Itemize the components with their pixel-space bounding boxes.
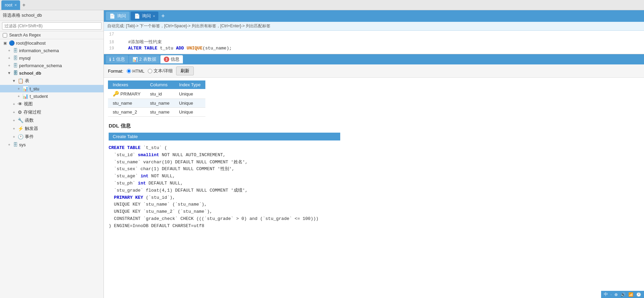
- ddl-code: CREATE TABLE `t_stu` ( `stu_id` smallint…: [109, 143, 639, 231]
- result-tab-label-2: 2 表数据: [139, 56, 156, 62]
- table-icon-t-stu: 📊: [22, 86, 28, 91]
- sidebar-header: 筛选表格 school_db: [0, 10, 104, 21]
- sidebar-item-t-stu[interactable]: + 📊 t_stu: [0, 85, 104, 92]
- line-num-19: 19: [104, 46, 117, 51]
- query-icon-2: 📄: [134, 13, 140, 19]
- html-radio-input[interactable]: [127, 69, 131, 73]
- root-tab-close[interactable]: ×: [14, 3, 17, 8]
- result-tab-1[interactable]: ℹ 1 信息: [106, 55, 128, 63]
- expand-funcs: +: [12, 118, 16, 122]
- result-tab-icon-1: ℹ: [109, 57, 111, 62]
- html-radio-label: HTML: [132, 69, 144, 74]
- sidebar-item-school-db[interactable]: ▼ 🗄 school_db: [0, 69, 104, 77]
- sidebar-item-information-schema[interactable]: + 🗄 information_schema: [0, 47, 104, 54]
- expand-triggers: +: [12, 126, 16, 131]
- sidebar-item-sys[interactable]: + 🗄 sys: [0, 141, 104, 148]
- text-radio-input[interactable]: [148, 69, 152, 73]
- sidebar-item-triggers[interactable]: + ⚡ 触发器: [0, 124, 104, 133]
- index-table: Indexes Columns Index Type 🔑 PRIMARY stu…: [108, 80, 205, 117]
- sidebar-item-tables-folder[interactable]: ▼ 📋 表: [0, 77, 104, 85]
- result-area: Format: HTML 文本/详细 刷新 Indexes Columns: [104, 64, 644, 298]
- table-row[interactable]: stu_name_2 stu_name Unique: [108, 108, 205, 117]
- index-col-header: Indexes: [108, 80, 145, 89]
- format-html-radio[interactable]: HTML: [127, 69, 144, 74]
- sidebar-item-functions[interactable]: + 🔧 函数: [0, 116, 104, 124]
- filter-input[interactable]: [2, 22, 101, 30]
- root-tab[interactable]: root ×: [1, 0, 20, 10]
- query-tab-1[interactable]: 📄 询问: [106, 12, 129, 20]
- label-t-stu: t_stu: [30, 86, 39, 91]
- line-num-18: 18: [104, 40, 117, 45]
- row3-columns: stu_name: [145, 108, 174, 117]
- query-tab-label-2: 询问: [142, 13, 151, 19]
- expand-root: ▣: [3, 41, 7, 45]
- line-num-17: 17: [104, 32, 117, 37]
- refresh-button[interactable]: 刷新: [176, 66, 194, 75]
- sidebar-item-root[interactable]: ▣ 🔵 root@localhost: [0, 39, 104, 47]
- format-bar: Format: HTML 文本/详细 刷新: [104, 64, 644, 78]
- db-icon-info: 🗄: [13, 48, 18, 53]
- sidebar-item-procedures[interactable]: + ⚙ 存储过程: [0, 108, 104, 116]
- code-editor[interactable]: 17 18 #添加唯一性约束 19 ALTER TABLE t_stu ADD …: [104, 31, 644, 54]
- add-query-tab-button[interactable]: +: [160, 13, 166, 20]
- db-icon-perf: 🗄: [13, 63, 18, 68]
- label-triggers: 触发器: [25, 125, 38, 132]
- query-tab-label-1: 询问: [117, 13, 126, 19]
- ddl-section: DDL 信息 Create Table CREATE TABLE `t_stu`…: [104, 119, 644, 235]
- db-icon-school: 🗄: [13, 70, 18, 76]
- table-icon-t-student: 📊: [22, 93, 28, 99]
- row1-type: Unique: [174, 89, 205, 99]
- columns-col-header: Columns: [145, 80, 174, 89]
- sidebar-item-views[interactable]: + 👁 视图: [0, 100, 104, 108]
- procedures-icon: ⚙: [18, 109, 22, 115]
- sidebar-item-t-student[interactable]: + 📊 t_student: [0, 92, 104, 100]
- tray-dot: ·: [611, 292, 612, 297]
- line-content-19: ALTER TABLE t_stu ADD UNIQUE(stu_name);: [117, 46, 644, 51]
- sidebar-regex-row: Search As Regex: [0, 31, 104, 39]
- root-icon: 🔵: [9, 40, 15, 46]
- expand-events: +: [12, 135, 16, 139]
- main-layout: 筛选表格 school_db Search As Regex ▣ 🔵 root@…: [0, 10, 644, 298]
- system-tray: 中 · ⊕ 🔊 📶 🕐: [601, 291, 644, 298]
- query-icon-1: 📄: [109, 13, 115, 19]
- tray-volume: 🔊: [621, 292, 626, 297]
- result-tab-2[interactable]: 📊 2 表数据: [129, 55, 160, 63]
- expand-t-student: +: [16, 94, 21, 98]
- expand-t-stu: +: [16, 87, 21, 91]
- code-line-17: 17: [104, 32, 644, 39]
- regex-checkbox[interactable]: [3, 33, 7, 38]
- expand-procs: +: [12, 110, 16, 114]
- result-tab-label-3: 信息: [171, 56, 179, 62]
- text-radio-label: 文本/详细: [154, 68, 173, 74]
- result-tab-3[interactable]: 3 信息: [160, 55, 183, 63]
- format-text-radio[interactable]: 文本/详细: [148, 68, 173, 74]
- label-perf: performance_schema: [19, 63, 62, 68]
- db-icon-mysql: 🗄: [13, 55, 18, 61]
- expand-mysql: +: [7, 56, 12, 60]
- query-tab-2-close[interactable]: ×: [153, 14, 155, 18]
- row2-indexes: stu_name: [108, 99, 145, 108]
- sidebar-item-mysql[interactable]: + 🗄 mysql: [0, 54, 104, 62]
- label-procs: 存储过程: [23, 109, 41, 115]
- events-icon: 🕐: [18, 134, 23, 139]
- root-label: root@localhost: [16, 41, 46, 46]
- table-row[interactable]: stu_name stu_name Unique: [108, 99, 205, 108]
- expand-info: +: [7, 48, 12, 53]
- query-tab-2[interactable]: 📄 询问 ×: [131, 12, 158, 20]
- result-tab-label-1: 1 信息: [112, 56, 125, 62]
- result-tab-icon-2: 📊: [132, 57, 138, 62]
- code-line-19: 19 ALTER TABLE t_stu ADD UNIQUE(stu_name…: [104, 46, 644, 53]
- table-row[interactable]: 🔑 PRIMARY stu_id Unique: [108, 89, 205, 99]
- row3-type: Unique: [174, 108, 205, 117]
- tray-time: 🕐: [636, 292, 641, 297]
- sidebar-item-performance-schema[interactable]: + 🗄 performance_schema: [0, 62, 104, 69]
- expand-views: +: [12, 102, 16, 106]
- regex-label: Search As Regex: [9, 33, 41, 38]
- add-tab-button[interactable]: +: [20, 2, 27, 8]
- query-tab-bar: 📄 询问 📄 询问 × +: [104, 10, 644, 22]
- sidebar-item-events[interactable]: + 🕐 事件: [0, 133, 104, 141]
- top-tab-bar: root × +: [0, 0, 644, 10]
- index-type-col-header: Index Type: [174, 80, 205, 89]
- key-icon-row1: 🔑: [113, 91, 119, 96]
- root-tab-label: root: [5, 2, 12, 8]
